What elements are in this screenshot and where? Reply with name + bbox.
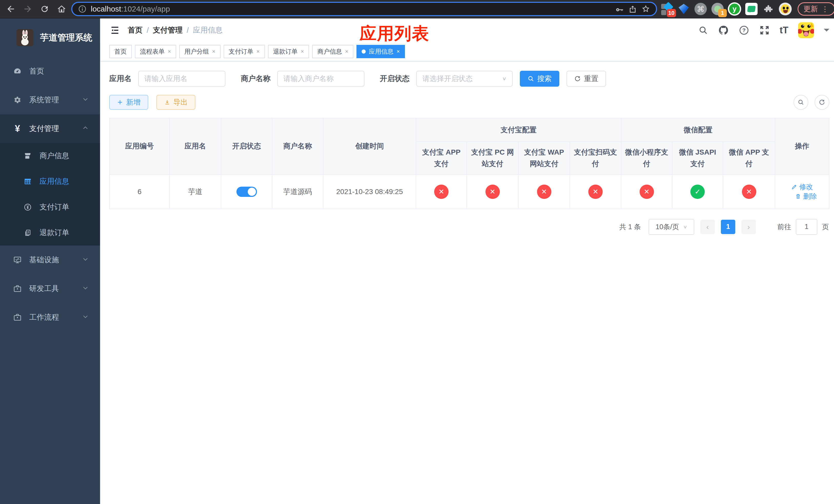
tag-app-info-active[interactable]: 应用信息×: [356, 45, 405, 58]
fullscreen-icon[interactable]: [759, 25, 770, 36]
sidebar-fold-button[interactable]: [109, 25, 120, 36]
browser-home-button[interactable]: [54, 2, 69, 16]
hamburger-fold-icon: [110, 25, 120, 36]
cell-alipay-app: ✕: [416, 175, 467, 209]
font-size-icon[interactable]: tT: [780, 25, 788, 36]
status-label: 开启状态: [380, 74, 410, 84]
merchant-name-input[interactable]: [277, 71, 365, 87]
extension-chat-icon[interactable]: [744, 2, 759, 16]
col-wechat-jsapi: 微信 JSAPI 支付: [672, 142, 723, 175]
back-arrow-icon: [6, 4, 16, 14]
password-key-icon[interactable]: [615, 4, 624, 14]
table-toolbar: 新增 导出: [109, 95, 829, 110]
tab-close-icon[interactable]: ×: [168, 48, 171, 55]
browser-forward-button[interactable]: [21, 2, 35, 16]
sidebar-item-system[interactable]: 系统管理: [0, 86, 100, 114]
breadcrumb: 首页 / 支付管理 / 应用信息: [128, 25, 223, 36]
share-icon[interactable]: [628, 5, 637, 13]
active-dot-icon: [361, 49, 366, 53]
profile-avatar-emoji[interactable]: [778, 2, 792, 16]
extension-tabs-outliner-icon[interactable]: 10: [660, 2, 674, 16]
next-page-button[interactable]: ›: [741, 220, 756, 234]
extension-recorder-icon[interactable]: 1: [710, 2, 725, 16]
tag-user-group[interactable]: 用户分组×: [179, 45, 221, 58]
goto-page-input[interactable]: [796, 219, 817, 235]
breadcrumb-separator: /: [147, 26, 149, 35]
tag-home[interactable]: 首页: [109, 45, 132, 58]
extension-command-icon[interactable]: ⌘: [694, 2, 708, 16]
cell-merchant: 芋道源码: [272, 175, 323, 209]
page-size-select[interactable]: 10条/页 ∨: [649, 219, 694, 235]
tag-refund-orders[interactable]: 退款订单×: [268, 45, 309, 58]
tab-close-icon[interactable]: ×: [396, 48, 400, 55]
tab-close-icon[interactable]: ×: [301, 48, 304, 55]
tag-process-form[interactable]: 流程表单×: [135, 45, 176, 58]
sidebar-logo[interactable]: 芋道管理系统: [0, 19, 100, 57]
search-button-label: 搜索: [537, 74, 552, 84]
current-page-button[interactable]: 1: [721, 220, 735, 234]
bookmark-star-icon[interactable]: [641, 4, 650, 14]
edit-link[interactable]: 修改: [791, 182, 813, 191]
browser-back-button[interactable]: [4, 2, 18, 16]
sidebar-item-pay-orders[interactable]: 支付订单: [0, 194, 100, 220]
site-info-icon[interactable]: [78, 5, 87, 13]
breadcrumb-payment[interactable]: 支付管理: [153, 25, 182, 36]
extension-badge: 10: [667, 9, 676, 17]
reset-button[interactable]: 重置: [567, 71, 606, 87]
status-cross-icon: ✕: [537, 185, 551, 199]
avatar-dropdown-caret-icon[interactable]: [824, 29, 829, 35]
chrome-menu-dots-icon[interactable]: ⋮: [821, 5, 829, 13]
goto-unit-label: 页: [822, 222, 829, 231]
github-icon[interactable]: [718, 25, 729, 36]
col-created: 创建时间: [323, 118, 416, 175]
edit-link-label: 修改: [799, 182, 813, 191]
tag-pay-orders[interactable]: 支付订单×: [224, 45, 265, 58]
status-select[interactable]: 请选择开启状态 ∨: [416, 71, 513, 87]
sidebar-item-merchant-info[interactable]: 商户信息: [0, 143, 100, 169]
delete-link[interactable]: 删除: [795, 192, 817, 201]
sidebar-item-refund-orders[interactable]: 退款订单: [0, 220, 100, 246]
status-cross-icon: ✕: [485, 185, 500, 199]
shop-icon: [23, 152, 33, 160]
col-merchant: 商户名称: [272, 118, 323, 175]
extension-gem-icon[interactable]: [677, 2, 691, 16]
cell-alipay-qr: ✕: [570, 175, 621, 209]
tab-close-icon[interactable]: ×: [212, 48, 215, 55]
goto-label: 前往: [777, 222, 791, 231]
help-icon[interactable]: ?: [739, 25, 749, 36]
prev-page-button[interactable]: ‹: [700, 220, 715, 234]
header-search-icon[interactable]: [698, 25, 708, 36]
tag-merchant-info[interactable]: 商户信息×: [312, 45, 353, 58]
status-toggle[interactable]: [237, 187, 257, 197]
blue-gem-icon: [679, 4, 689, 14]
cell-wechat-lite: ✕: [621, 175, 672, 209]
chrome-update-button[interactable]: 更新 ⋮: [797, 2, 834, 16]
tab-close-icon[interactable]: ×: [345, 48, 348, 55]
tab-close-icon[interactable]: ×: [257, 48, 260, 55]
toggle-search-button[interactable]: [793, 95, 808, 110]
add-button[interactable]: 新增: [109, 95, 148, 110]
tag-label: 应用信息: [369, 47, 393, 55]
col-wechat-app: 微信 APP 支付: [723, 142, 775, 175]
sidebar-item-home[interactable]: 首页: [0, 57, 100, 86]
status-cross-icon: ✕: [434, 185, 448, 199]
sidebar-item-app-info[interactable]: 应用信息: [0, 169, 100, 194]
extension-y-logo-icon[interactable]: y: [727, 2, 742, 16]
search-button[interactable]: 搜索: [520, 71, 559, 87]
sidebar-item-payment[interactable]: ¥ 支付管理: [0, 114, 100, 143]
url-bar[interactable]: localhost:1024/pay/app: [71, 2, 657, 16]
browser-reload-button[interactable]: [38, 2, 52, 16]
tag-label: 商户信息: [317, 47, 342, 55]
breadcrumb-home[interactable]: 首页: [128, 25, 142, 36]
extensions-puzzle-icon[interactable]: [761, 2, 775, 16]
sidebar-item-infrastructure[interactable]: 基础设施: [0, 246, 100, 274]
user-avatar[interactable]: [798, 22, 814, 38]
export-button[interactable]: 导出: [156, 95, 195, 110]
update-label: 更新: [804, 4, 818, 14]
sidebar-item-workflow[interactable]: 工作流程: [0, 303, 100, 332]
url-text[interactable]: localhost:1024/pay/app: [91, 5, 611, 13]
search-icon: [797, 99, 804, 106]
sidebar-item-dev-tools[interactable]: 研发工具: [0, 274, 100, 303]
refresh-table-button[interactable]: [814, 95, 829, 110]
app-name-input[interactable]: [138, 71, 225, 87]
